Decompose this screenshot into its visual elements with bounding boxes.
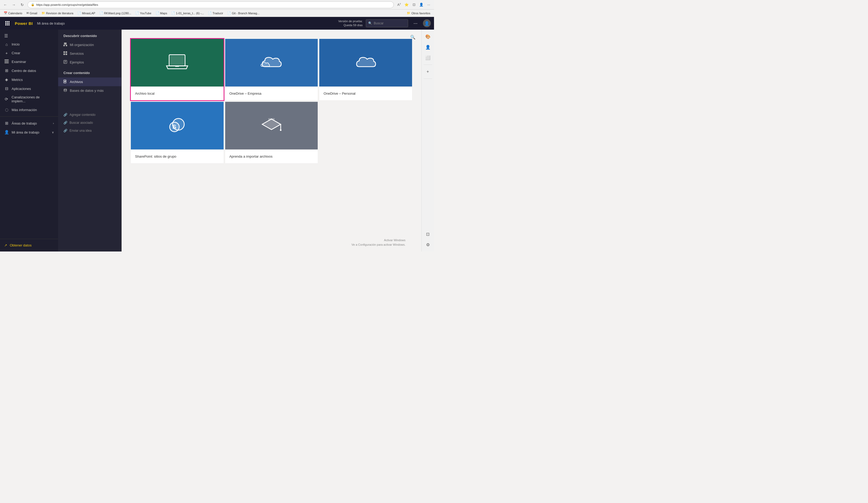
- link-icon-2: 🔗: [63, 121, 68, 125]
- card-archivo-local[interactable]: Archivo local: [130, 38, 224, 101]
- svg-rect-18: [65, 51, 67, 53]
- right-panel-user-button[interactable]: 👤: [423, 42, 433, 52]
- sidebar-label-inicio: Inicio: [12, 42, 20, 46]
- sidebar-item-canalizaciones[interactable]: ⟳ Canalizaciones de implem...: [0, 93, 58, 105]
- footer-agregar[interactable]: 🔗 Agregar contenido: [63, 111, 116, 119]
- right-panel-expand-button[interactable]: ⊡: [423, 229, 433, 239]
- sidebar-label-crear: Crear: [12, 51, 20, 55]
- bookmark-minaslap[interactable]: 📄 MinasLAP: [76, 11, 97, 16]
- svg-rect-17: [63, 51, 65, 53]
- waffle-menu-button[interactable]: [3, 19, 12, 28]
- sidebar-divider: [0, 116, 58, 117]
- right-panel-divider2: [424, 79, 432, 79]
- app-body: ☰ ⌂ Inicio + Crear: [0, 30, 434, 252]
- content-panel-archivos[interactable]: Archivos: [58, 78, 121, 86]
- svg-rect-2: [9, 21, 10, 22]
- more-tools-button[interactable]: ···: [425, 2, 432, 8]
- sidebar-item-mas-info[interactable]: ◌ Más información: [0, 105, 58, 114]
- svg-rect-7: [7, 24, 8, 25]
- sidebar-item-areas-trabajo[interactable]: ⊞ Áreas de trabajo ›: [0, 119, 58, 128]
- right-panel-divider: [424, 64, 432, 65]
- svg-rect-14: [66, 45, 67, 46]
- ejemplos-label: Ejemplos: [70, 60, 84, 64]
- svg-point-29: [64, 89, 66, 90]
- content-panel-servicios[interactable]: Servicios: [58, 49, 121, 58]
- card-aprenda[interactable]: Aprenda a importar archivos: [224, 101, 319, 164]
- otros-folder-icon: 📁: [407, 11, 411, 15]
- footer-enviar[interactable]: 🔗 Enviar una idea: [63, 127, 116, 135]
- user-avatar[interactable]: 👤: [423, 19, 431, 27]
- right-panel-settings-button[interactable]: ⚙: [423, 240, 433, 249]
- svg-text:S: S: [172, 123, 176, 130]
- address-bar[interactable]: 🔒 https://app.powerbi.com/groups/me/getd…: [28, 1, 394, 8]
- url-text: https://app.powerbi.com/groups/me/getdat…: [36, 3, 98, 6]
- content-panel-bases-datos[interactable]: Bases de datos y más: [58, 86, 121, 95]
- sidebar-label-examinar: Examinar: [12, 60, 26, 64]
- bookmark-otros[interactable]: 📁 Otros favoritos: [405, 11, 432, 16]
- extensions-button[interactable]: Aᵀ: [396, 2, 402, 8]
- svg-rect-32: [170, 56, 184, 65]
- sidebar-item-obtener-datos[interactable]: ↗ Obtener datos: [0, 241, 58, 249]
- content-panel-mi-organizacion[interactable]: Mi organización: [58, 40, 121, 49]
- data-source-grid: Archivo local OneDrive – Empre: [122, 30, 421, 168]
- sidebar-item-examinar[interactable]: Examinar: [0, 58, 58, 66]
- card-archivo-local-label: Archivo local: [131, 86, 224, 100]
- bookmark-rkward[interactable]: 📄 RKWard.png (1280...: [98, 11, 133, 16]
- main-search-button[interactable]: 🔍: [409, 33, 417, 41]
- card-sharepoint[interactable]: S SharePoint: sitios de grupo: [130, 101, 224, 164]
- bookmark-calendario[interactable]: 📅 Calendario: [2, 11, 24, 16]
- sidebar-item-mi-area[interactable]: 👤 Mi área de trabajo ∨: [0, 128, 58, 137]
- sidebar-item-metrics[interactable]: ◈ Metrics: [0, 75, 58, 84]
- bookmark-revision[interactable]: 📁 Revision de literatura: [40, 11, 75, 16]
- svg-rect-19: [63, 53, 65, 55]
- svg-rect-6: [5, 24, 6, 25]
- bookmark-keras[interactable]: 📄 1-01_keras_t... (6) -...: [170, 11, 205, 16]
- back-button[interactable]: ←: [2, 2, 9, 8]
- card-aprenda-image: [225, 102, 318, 150]
- sidebar-item-aplicaciones[interactable]: ⊟ Aplicaciones: [0, 84, 58, 93]
- bookmark-git[interactable]: 📄 Git - Branch Manag...: [226, 11, 261, 16]
- bases-datos-label: Bases de datos y más: [70, 89, 104, 93]
- sidebar-item-centro-datos[interactable]: ⊞ Centro de datos: [0, 66, 58, 75]
- card-onedrive-personal-label: OneDrive – Personal: [319, 86, 412, 100]
- refresh-button[interactable]: ↻: [19, 2, 25, 8]
- bookmark-gmail[interactable]: ✉ Gmail: [25, 11, 39, 16]
- sidebar-item-crear[interactable]: + Crear: [0, 49, 58, 58]
- youtube-icon: 📄: [135, 11, 139, 15]
- svg-rect-5: [9, 23, 10, 24]
- bookmark-youtube[interactable]: 📄 YouTube: [134, 11, 153, 16]
- card-onedrive-personal-image: [319, 39, 412, 86]
- bookmark-maps[interactable]: 📄 Maps: [154, 11, 169, 16]
- card-onedrive-empresa[interactable]: OneDrive – Empresa: [224, 38, 319, 101]
- card-onedrive-personal[interactable]: OneDrive – Personal: [319, 38, 413, 101]
- header-search[interactable]: 🔍 Buscar: [366, 19, 408, 27]
- favorites-button[interactable]: ⭐: [403, 2, 410, 8]
- svg-rect-20: [65, 53, 67, 55]
- forward-button[interactable]: →: [11, 2, 17, 8]
- right-panel-color-button[interactable]: 🎨: [423, 32, 433, 41]
- discover-section-title: Descubrir contenido: [58, 34, 121, 40]
- apps-icon: ⊟: [4, 86, 9, 91]
- right-panel-office-button[interactable]: ⬜: [423, 53, 433, 62]
- workspaces-icon: ⊞: [4, 121, 9, 126]
- content-panel-footer: 🔗 Agregar contenido 🔗 Buscar asociado 🔗 …: [58, 95, 121, 135]
- footer-buscar[interactable]: 🔗 Buscar asociado: [63, 119, 116, 127]
- header-more-button[interactable]: ···: [411, 19, 420, 28]
- svg-point-40: [280, 129, 281, 131]
- collections-button[interactable]: ⊡: [411, 2, 417, 8]
- sidebar-toggle-button[interactable]: ☰: [0, 32, 58, 40]
- sidebar-label-canalizaciones: Canalizaciones de implem...: [12, 95, 54, 103]
- content-panel-ejemplos[interactable]: Ejemplos: [58, 58, 121, 66]
- bookmark-traducir[interactable]: 📄 Traducir: [206, 11, 225, 16]
- right-panel-add-button[interactable]: +: [423, 67, 433, 76]
- svg-rect-38: [268, 118, 275, 120]
- my-workspace-icon: 👤: [4, 130, 9, 135]
- browser-chrome: ← → ↻ 🔒 https://app.powerbi.com/groups/m…: [0, 0, 434, 10]
- profile-button[interactable]: 👤: [418, 2, 424, 8]
- sidebar-item-inicio[interactable]: ⌂ Inicio: [0, 40, 58, 49]
- card-sharepoint-label: SharePoint: sitios de grupo: [131, 150, 224, 163]
- sidebar-label-mas-info: Más información: [12, 108, 37, 112]
- database-icon: [63, 88, 67, 93]
- doc-icon2: 📄: [100, 11, 103, 15]
- workspace-name: Mi área de trabajo: [37, 21, 65, 25]
